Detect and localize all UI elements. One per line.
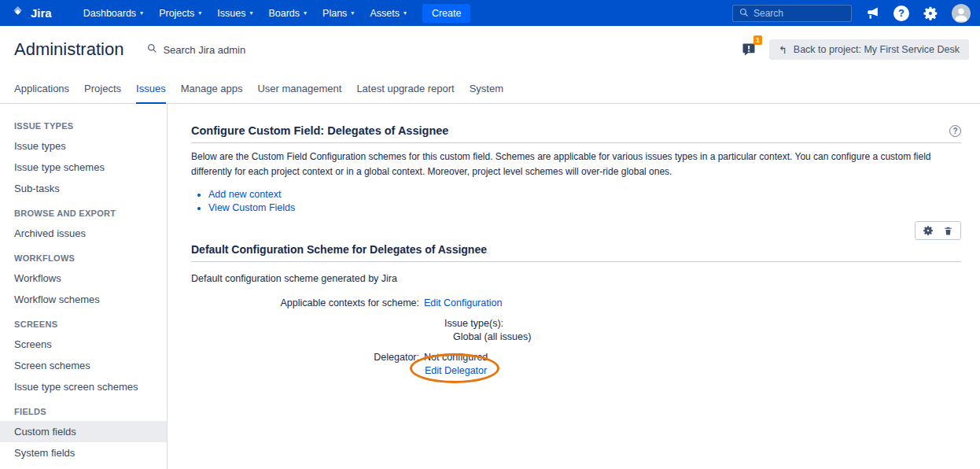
search-icon: [739, 6, 749, 20]
feedback-icon[interactable]: 1: [741, 39, 757, 61]
admin-header: Administration 1 ↰ Back to project: My F…: [0, 26, 980, 73]
sidebar-item-screens[interactable]: Screens: [0, 334, 167, 355]
tab-applications[interactable]: Applications: [14, 73, 69, 104]
nav-label: Issues: [217, 8, 245, 19]
issue-types-label: Issue type(s):: [444, 317, 961, 331]
sidebar-item-issue-types[interactable]: Issue types: [0, 135, 167, 157]
sidebar-item-issue-type-schemes[interactable]: Issue type schemes: [0, 157, 167, 178]
back-button-label: Back to project: My First Service Desk: [794, 44, 960, 55]
nav-item-boards[interactable]: Boards ▾: [260, 0, 315, 26]
jira-admin-page: Jira Dashboards ▾ Projects ▾ Issues ▾ Bo…: [0, 0, 980, 469]
tab-latest-upgrade-report[interactable]: Latest upgrade report: [356, 73, 454, 104]
chevron-down-icon: ▾: [403, 9, 407, 17]
add-new-context-link[interactable]: Add new context: [208, 189, 281, 200]
sidebar-item-screen-schemes[interactable]: Screen schemes: [0, 355, 167, 376]
chevron-down-icon: ▾: [249, 9, 252, 17]
delete-trash-icon[interactable]: [943, 226, 953, 236]
return-arrow-icon: ↰: [779, 45, 787, 55]
contexts-label: Applicable contexts for scheme:: [191, 297, 424, 310]
chevron-down-icon: ▾: [351, 9, 354, 17]
admin-tabbar: Applications Projects Issues Manage apps…: [0, 73, 980, 104]
sidebar-section-screens: SCREENS Screens Screen schemes Issue typ…: [0, 310, 167, 397]
nav-item-issues[interactable]: Issues ▾: [209, 0, 260, 26]
global-search[interactable]: [732, 5, 852, 22]
gear-icon[interactable]: [923, 6, 938, 21]
list-item: Add new context: [208, 189, 961, 200]
main-content: Configure Custom Field: Delegates of Ass…: [168, 104, 980, 469]
delegator-label: Delegator:: [191, 351, 424, 364]
page-heading: Administration: [14, 39, 123, 60]
delegator-value: Not configured: [424, 351, 488, 364]
nav-item-projects[interactable]: Projects ▾: [151, 0, 209, 26]
page-title: Configure Custom Field: Delegates of Ass…: [191, 124, 949, 137]
sidebar-item-workflow-schemes[interactable]: Workflow schemes: [0, 289, 167, 310]
context-actions-list: Add new context View Custom Fields: [208, 189, 961, 213]
notification-badge: 1: [753, 35, 762, 45]
list-item: View Custom Fields: [208, 202, 961, 213]
section-title: ISSUE TYPES: [0, 112, 167, 135]
user-avatar[interactable]: [952, 4, 971, 23]
edit-delegator-link[interactable]: Edit Delegator: [425, 365, 487, 376]
view-custom-fields-link[interactable]: View Custom Fields: [208, 202, 295, 213]
nav-item-dashboards[interactable]: Dashboards ▾: [76, 0, 151, 26]
admin-sidebar: ISSUE TYPES Issue types Issue type schem…: [0, 104, 168, 469]
tab-system[interactable]: System: [470, 73, 503, 104]
jira-logo-icon: [11, 5, 25, 21]
tab-issues[interactable]: Issues: [136, 73, 166, 104]
create-button[interactable]: Create: [422, 4, 471, 23]
chevron-down-icon: ▾: [140, 9, 143, 17]
scheme-title: Default Configuration Scheme for Delegat…: [191, 243, 961, 262]
nav-item-plans[interactable]: Plans ▾: [315, 0, 362, 26]
nav-label: Plans: [322, 8, 347, 19]
chevron-down-icon: ▾: [198, 9, 201, 17]
admin-search-input[interactable]: [163, 44, 367, 56]
issue-types-value: Global (all issues): [453, 331, 961, 344]
sidebar-item-sub-tasks[interactable]: Sub-tasks: [0, 178, 167, 199]
help-icon[interactable]: ?: [893, 6, 909, 21]
chevron-down-icon: ▾: [304, 9, 307, 17]
sidebar-section-fields: FIELDS Custom fields System fields: [0, 397, 167, 463]
scheme-subtitle: Default configuration scheme generated b…: [191, 273, 961, 284]
sidebar-item-workflows[interactable]: Workflows: [0, 268, 167, 289]
scheme-tools: [915, 221, 961, 240]
tab-projects[interactable]: Projects: [84, 73, 121, 104]
sidebar-section-browse-export: BROWSE AND EXPORT Archived issues: [0, 199, 167, 244]
sidebar-item-issue-type-screen-schemes[interactable]: Issue type screen schemes: [0, 376, 167, 397]
section-title: FIELDS: [0, 397, 167, 421]
announcements-megaphone-icon[interactable]: [865, 6, 880, 20]
edit-configuration-link[interactable]: Edit Configuration: [424, 297, 502, 308]
scheme-details: Applicable contexts for scheme: Edit Con…: [191, 297, 961, 378]
admin-search[interactable]: [147, 42, 741, 57]
nav-label: Assets: [370, 8, 400, 19]
top-navigation: Jira Dashboards ▾ Projects ▾ Issues ▾ Bo…: [0, 0, 980, 26]
nav-item-assets[interactable]: Assets ▾: [362, 0, 414, 26]
sidebar-section-workflows: WORKFLOWS Workflows Workflow schemes: [0, 244, 167, 310]
section-title: BROWSE AND EXPORT: [0, 199, 167, 223]
nav-label: Projects: [159, 8, 194, 19]
jira-logo-text: Jira: [31, 6, 52, 20]
field-config-description: Below are the Custom Field Configuration…: [191, 150, 961, 179]
tab-user-management[interactable]: User management: [257, 73, 341, 104]
nav-label: Dashboards: [83, 8, 136, 19]
sidebar-section-issue-types: ISSUE TYPES Issue types Issue type schem…: [0, 112, 167, 199]
search-icon: [147, 42, 157, 57]
back-to-project-button[interactable]: ↰ Back to project: My First Service Desk: [769, 39, 969, 60]
nav-label: Boards: [268, 8, 300, 19]
help-question-icon[interactable]: ?: [949, 125, 961, 137]
section-title: SCREENS: [0, 310, 167, 334]
sidebar-item-custom-fields[interactable]: Custom fields: [0, 421, 167, 442]
section-title: WORKFLOWS: [0, 244, 167, 268]
global-search-input[interactable]: [753, 8, 845, 19]
sidebar-item-archived-issues[interactable]: Archived issues: [0, 223, 167, 244]
jira-logo[interactable]: Jira: [11, 5, 52, 21]
sidebar-item-system-fields[interactable]: System fields: [0, 442, 167, 463]
configure-gear-icon[interactable]: [923, 225, 934, 236]
tab-manage-apps[interactable]: Manage apps: [181, 73, 243, 104]
